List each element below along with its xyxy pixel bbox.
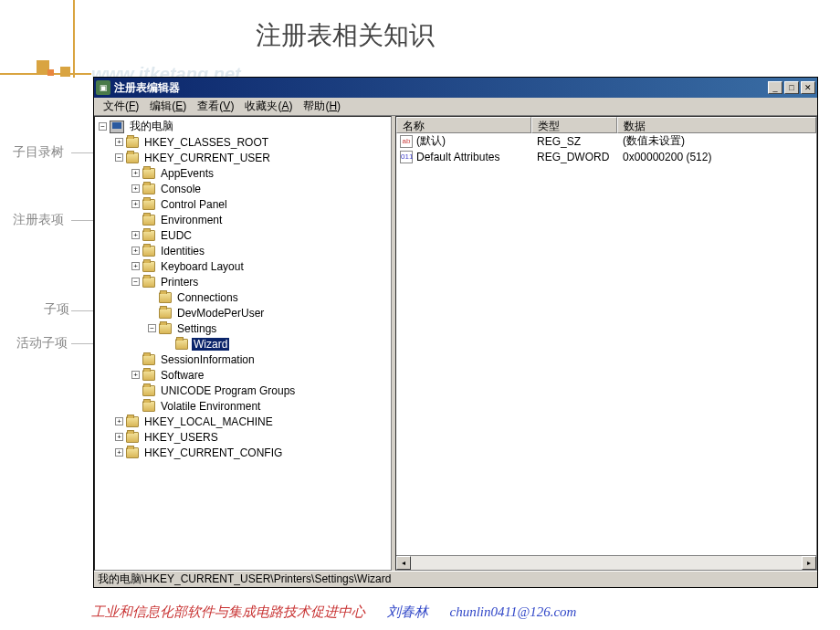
list-body[interactable]: ab(默认)REG_SZ(数值未设置)011Default Attributes… xyxy=(396,133,816,555)
node-label[interactable]: AppEvents xyxy=(159,167,215,180)
tree-node[interactable]: −HKEY_CURRENT_USER xyxy=(97,150,389,165)
node-label[interactable]: UNICODE Program Groups xyxy=(159,384,297,397)
tree-node[interactable]: +Identities xyxy=(97,243,389,258)
tree-node[interactable]: +HKEY_CLASSES_ROOT xyxy=(97,134,389,150)
scroll-left-button[interactable]: ◂ xyxy=(396,556,411,570)
expander-icon[interactable]: + xyxy=(115,138,123,146)
computer-icon xyxy=(110,121,124,133)
col-header-type[interactable]: 类型 xyxy=(531,117,617,133)
node-label[interactable]: EUDC xyxy=(159,229,194,242)
titlebar[interactable]: ▣ 注册表编辑器 _ □ ✕ xyxy=(94,78,817,98)
col-header-data[interactable]: 数据 xyxy=(617,117,816,133)
folder-icon xyxy=(142,261,155,272)
node-label[interactable]: Connections xyxy=(175,291,240,304)
folder-icon xyxy=(159,292,172,303)
node-label[interactable]: DevModePerUser xyxy=(175,307,266,320)
folder-icon xyxy=(142,230,155,241)
node-label[interactable]: Identities xyxy=(159,245,206,257)
tree-node[interactable]: +Console xyxy=(97,181,389,196)
tree-node[interactable]: UNICODE Program Groups xyxy=(97,383,389,398)
node-label[interactable]: Volatile Environment xyxy=(159,400,262,413)
node-label[interactable]: Control Panel xyxy=(159,198,229,211)
node-label[interactable]: HKEY_CLASSES_ROOT xyxy=(142,136,270,149)
col-header-name[interactable]: 名称 xyxy=(396,117,531,133)
expander-icon[interactable]: + xyxy=(131,200,140,208)
tree-node[interactable]: Environment xyxy=(97,212,389,227)
tree-node[interactable]: +HKEY_USERS xyxy=(97,429,389,445)
expander-icon[interactable]: − xyxy=(115,153,123,162)
node-label[interactable]: Environment xyxy=(159,214,224,226)
node-label[interactable]: HKEY_CURRENT_CONFIG xyxy=(142,446,284,459)
menu-e[interactable]: 编辑(E) xyxy=(144,97,192,116)
node-label[interactable]: Keyboard Layout xyxy=(159,260,246,273)
slide-footer: 工业和信息化部软件与集成电路技术促进中心 刘春林 chunlin0411@126… xyxy=(91,604,749,621)
maximize-button[interactable]: □ xyxy=(784,81,799,94)
menu-f[interactable]: 文件(F) xyxy=(98,97,144,116)
folder-icon xyxy=(142,370,155,381)
node-label[interactable]: Console xyxy=(159,183,203,195)
node-label[interactable]: Software xyxy=(159,369,205,382)
node-label[interactable]: Printers xyxy=(159,276,200,289)
expander-icon[interactable]: + xyxy=(131,371,140,379)
node-label[interactable]: HKEY_LOCAL_MACHINE xyxy=(142,415,275,428)
folder-icon xyxy=(142,385,155,396)
footer-email: chunlin0411@126.com xyxy=(450,604,577,619)
value-type-icon: ab xyxy=(400,135,413,148)
tree-node[interactable]: +AppEvents xyxy=(97,165,389,181)
tree-node[interactable]: Volatile Environment xyxy=(97,398,389,414)
folder-icon xyxy=(142,199,155,210)
expander-icon[interactable]: − xyxy=(131,278,140,286)
menu-a[interactable]: 收藏夹(A) xyxy=(239,97,298,116)
expander-icon[interactable]: + xyxy=(131,247,140,255)
expander-icon[interactable]: − xyxy=(99,122,107,131)
tree-node[interactable]: +Keyboard Layout xyxy=(97,258,389,274)
window-title: 注册表编辑器 xyxy=(114,80,766,96)
tree-node[interactable]: DevModePerUser xyxy=(97,305,389,320)
folder-icon xyxy=(126,416,139,427)
menu-h[interactable]: 帮助(H) xyxy=(298,97,346,116)
tree-node[interactable]: +Software xyxy=(97,367,389,383)
minimize-button[interactable]: _ xyxy=(768,81,782,94)
scrollbar-horizontal[interactable]: ◂ ▸ xyxy=(396,555,816,570)
expander-icon[interactable]: + xyxy=(131,169,140,177)
tree-node[interactable]: SessionInformation xyxy=(97,352,389,367)
node-label[interactable]: 我的电脑 xyxy=(128,119,175,134)
label-registry-keys: 注册表项 xyxy=(13,212,64,228)
tree-node[interactable]: +EUDC xyxy=(97,227,389,243)
tree-root[interactable]: −我的电脑 xyxy=(97,119,389,134)
expander-icon[interactable]: + xyxy=(115,448,123,457)
tree-node[interactable]: Wizard xyxy=(97,336,389,352)
tree-panel[interactable]: −我的电脑+HKEY_CLASSES_ROOT−HKEY_CURRENT_USE… xyxy=(94,116,392,571)
value-row[interactable]: 011Default AttributesREG_DWORD0x00000200… xyxy=(396,149,816,164)
tree-node[interactable]: −Printers xyxy=(97,274,389,289)
node-label[interactable]: SessionInformation xyxy=(159,353,257,366)
node-label[interactable]: Settings xyxy=(175,322,218,335)
label-subtree: 子目录树 xyxy=(13,144,64,161)
expander-icon[interactable]: + xyxy=(131,262,140,270)
expander-icon[interactable]: − xyxy=(148,324,156,332)
tree-node[interactable]: Connections xyxy=(97,289,389,305)
scroll-right-button[interactable]: ▸ xyxy=(802,556,816,570)
tree-node[interactable]: +Control Panel xyxy=(97,196,389,212)
tree-node[interactable]: +HKEY_CURRENT_CONFIG xyxy=(97,445,389,460)
menu-v[interactable]: 查看(V) xyxy=(192,97,239,116)
expander-icon[interactable]: + xyxy=(131,184,140,193)
close-button[interactable]: ✕ xyxy=(801,81,815,94)
statusbar: 我的电脑\HKEY_CURRENT_USER\Printers\Settings… xyxy=(94,571,817,587)
expander-icon[interactable]: + xyxy=(115,417,123,425)
value-row[interactable]: ab(默认)REG_SZ(数值未设置) xyxy=(396,133,816,149)
expander-icon[interactable]: + xyxy=(115,433,123,441)
menubar: 文件(F)编辑(E)查看(V)收藏夹(A)帮助(H) xyxy=(94,98,817,116)
folder-icon xyxy=(126,137,139,148)
regedit-window: ▣ 注册表编辑器 _ □ ✕ 文件(F)编辑(E)查看(V)收藏夹(A)帮助(H… xyxy=(93,77,818,588)
slide-decoration xyxy=(0,0,78,78)
node-label[interactable]: HKEY_USERS xyxy=(142,431,220,444)
tree-node[interactable]: −Settings xyxy=(97,320,389,336)
tree-node[interactable]: +HKEY_LOCAL_MACHINE xyxy=(97,414,389,429)
folder-icon xyxy=(126,447,139,458)
expander-icon[interactable]: + xyxy=(131,231,140,239)
status-path: 我的电脑\HKEY_CURRENT_USER\Printers\Settings… xyxy=(98,572,391,587)
node-label[interactable]: HKEY_CURRENT_USER xyxy=(142,152,272,164)
node-label[interactable]: Wizard xyxy=(192,338,229,351)
scroll-track[interactable] xyxy=(411,556,802,570)
